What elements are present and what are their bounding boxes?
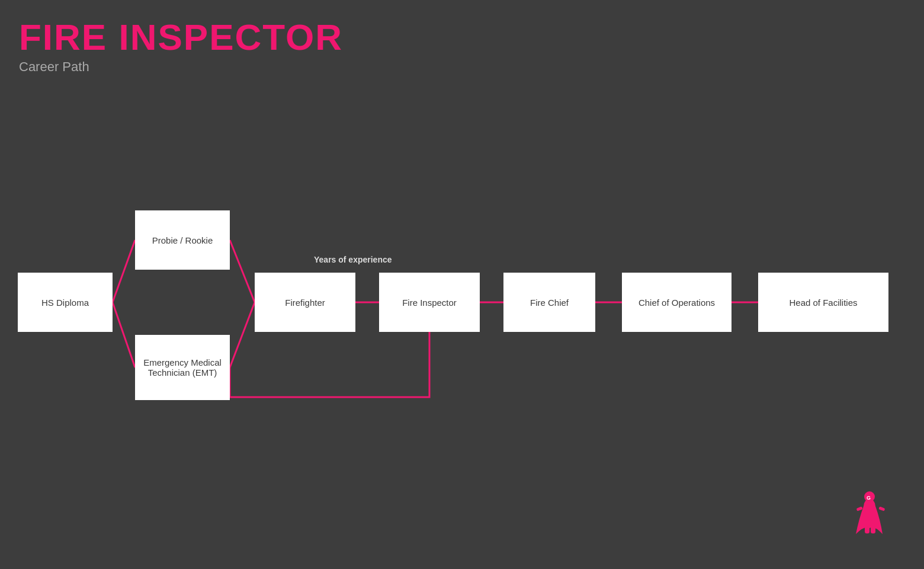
page-subtitle: Career Path <box>19 59 343 75</box>
brand-logo: G <box>847 490 894 545</box>
box-fire-chief: Fire Chief <box>503 273 595 332</box>
box-firefighter: Firefighter <box>255 273 355 332</box>
header: FIRE INSPECTOR Career Path <box>19 19 343 75</box>
career-diagram: Years of experience HS Diploma Probie / … <box>0 107 924 522</box>
svg-rect-11 <box>871 520 875 533</box>
svg-rect-12 <box>856 506 863 511</box>
svg-rect-13 <box>878 506 885 511</box>
box-emt: Emergency MedicalTechnician (EMT) <box>135 335 230 400</box>
svg-line-1 <box>230 240 255 302</box>
svg-rect-10 <box>865 520 870 533</box>
years-label: Years of experience <box>314 255 392 264</box>
box-fire-inspector: Fire Inspector <box>379 273 480 332</box>
svg-line-2 <box>113 302 135 367</box>
box-hs-diploma: HS Diploma <box>18 273 113 332</box>
page-title: FIRE INSPECTOR <box>19 19 343 56</box>
svg-line-3 <box>230 302 255 367</box>
svg-line-0 <box>113 240 135 302</box>
svg-text:G: G <box>867 495 871 501</box>
box-probie-rookie: Probie / Rookie <box>135 210 230 270</box>
box-chief-of-operations: Chief of Operations <box>622 273 732 332</box>
box-head-of-facilities: Head of Facilities <box>758 273 888 332</box>
emt-label: Emergency MedicalTechnician (EMT) <box>143 357 222 378</box>
